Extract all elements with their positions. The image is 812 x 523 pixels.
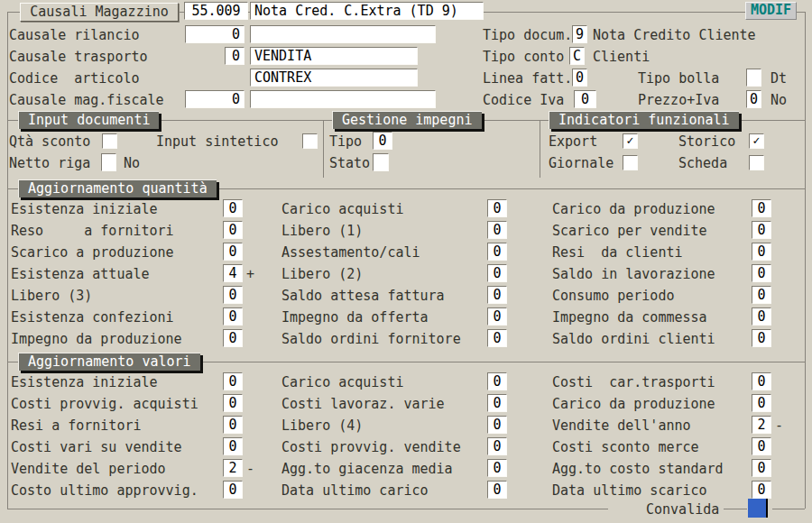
field-label: Libero (3) [11,285,92,307]
giornale-checkbox[interactable] [623,155,638,170]
field-input[interactable]: 0 [487,459,507,477]
impegni-tipo-input[interactable]: 0 [373,132,392,150]
storico-checkbox[interactable]: ✓ [749,133,764,149]
field-input[interactable]: 0 [752,243,771,261]
field-input[interactable]: 0 [223,307,243,326]
field-input[interactable]: 0 [752,307,771,326]
field-input[interactable]: 0 [487,437,507,455]
causale-description-input[interactable]: Nota Cred. C.Extra (TD 9) [250,2,484,20]
field-input[interactable]: 4 [223,264,243,282]
field-input[interactable]: 0 [223,437,243,455]
field-input[interactable]: 0 [752,221,771,239]
field-input[interactable]: 0 [487,372,507,390]
field-input[interactable]: 0 [752,199,771,217]
field-input[interactable]: 0 [223,199,243,217]
field-label: Carico acquisti [281,372,403,393]
field-input[interactable]: 0 [752,437,771,455]
field-cell: Resi a fornitori0 [9,415,273,436]
export-label: Export [549,131,597,152]
field-cell: Agg.to giacenza media0 [273,458,542,480]
codice-iva-label: Codice Iva [483,89,564,111]
field-input[interactable]: 0 [223,329,243,347]
field-suffix: - [775,415,783,436]
field-input[interactable]: 0 [487,243,507,261]
footer-line-mid [724,509,747,509]
field-label: Scarico per vendite [552,220,707,242]
window-title-button[interactable]: Causali Magazzino [20,3,179,22]
field-cell: Libero (4)0 [273,415,542,436]
field-input[interactable]: 2 [752,416,771,434]
section-agg-valori-header: Aggiornamento valori [18,353,200,371]
linea-fatt-input[interactable]: 0 [572,69,587,87]
field-input[interactable]: 0 [487,394,507,412]
field-input[interactable]: 0 [223,481,243,499]
prezzo-iva-input[interactable]: 0 [746,90,761,108]
field-label: Saldo attesa fattura [281,285,445,307]
field-label: Costi lavoraz. varie [281,393,445,415]
field-input[interactable]: 0 [223,221,243,239]
tipo-docum-input[interactable]: 9 [572,25,587,43]
field-input[interactable]: 0 [223,372,243,390]
netto-riga-label: Netto riga [9,152,90,174]
field-cell: Data ultimo carico0 [273,480,542,501]
mode-badge: MODIF [745,2,797,20]
field-label: Esistenza attuale [11,263,150,285]
field-input[interactable]: 0 [487,264,507,282]
field-input[interactable]: 0 [487,329,507,347]
field-cell: Scarico per vendite0 [542,220,805,242]
impegni-stato-label: Stato [329,152,370,174]
netto-riga-desc: No [124,152,140,174]
field-input[interactable]: 0 [752,394,771,412]
tipo-bolla-input[interactable] [746,69,761,87]
field-label: Data ultimo carico [281,480,429,501]
codice-iva-input[interactable]: 0 [574,90,596,108]
field-label: Saldo ordini fornitore [281,328,461,350]
field-suffix: + [246,263,254,285]
field-cell: Carico acquisti0 [273,372,542,393]
scheda-label: Scheda [678,152,727,174]
tipo-docum-desc: Nota Credito Cliente [593,24,756,46]
field-input[interactable]: 0 [487,286,507,304]
field-input[interactable]: 0 [752,372,771,390]
input-sintetico-checkbox[interactable] [302,133,318,149]
linea-fatt-label: Linea fatt. [483,68,572,89]
field-input[interactable]: 0 [752,481,771,499]
field-cell: Agg.to costo standard0 [542,458,805,480]
field-input[interactable]: 0 [752,264,771,282]
field-label: Saldo ordini clienti [552,328,715,350]
impegni-stato-input[interactable] [373,153,389,171]
field-cell: Scarico a produzione0 [9,242,273,263]
tipo-conto-input[interactable]: C [569,47,585,65]
field-input[interactable]: 0 [487,307,507,326]
field-input[interactable]: 0 [223,286,243,304]
field-input[interactable]: 0 [752,329,771,347]
field-label: Libero (2) [281,263,363,285]
field-input[interactable]: 0 [487,199,507,217]
agg-valori-grid: Esistenza iniziale0Carico acquisti0Costi… [9,372,805,501]
prezzo-iva-label: Prezzo+Iva [638,89,719,111]
field-input[interactable]: 0 [223,416,243,434]
field-input[interactable]: 0 [752,286,771,304]
tipo-conto-label: Tipo conto [483,46,564,68]
export-checkbox[interactable]: ✓ [623,133,638,149]
field-cell: Saldo ordini fornitore0 [273,328,542,350]
field-input[interactable]: 0 [223,243,243,261]
field-cell: Reso a fornitori0 [9,220,273,242]
field-input[interactable]: 0 [487,481,507,499]
convalida-focus-field[interactable] [748,499,768,518]
field-input[interactable]: 0 [752,459,771,477]
field-input[interactable]: 2 [223,459,243,477]
netto-riga-input[interactable] [101,153,116,171]
field-label: Libero (1) [281,220,363,242]
field-cell: Assestamento/cali0 [273,242,542,263]
field-input[interactable]: 0 [487,221,507,239]
scheda-checkbox[interactable] [749,155,764,170]
causale-code-input[interactable]: 55.009 [184,2,248,20]
field-input[interactable]: 0 [223,394,243,412]
field-cell: Libero (3)0 [9,285,273,307]
field-label: Vendite del periodo [11,458,166,480]
field-cell: Costi vari su vendite0 [9,436,273,458]
qta-sconto-checkbox[interactable] [102,133,117,149]
field-cell: Carico da produzione0 [542,393,805,415]
field-input[interactable]: 0 [487,416,507,434]
